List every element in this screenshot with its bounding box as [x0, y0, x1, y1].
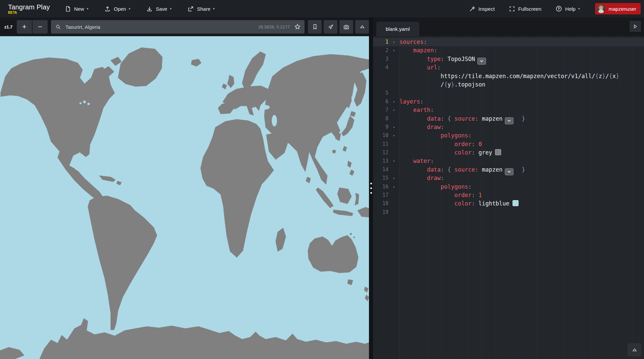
search-icon: [55, 24, 61, 30]
code-row[interactable]: 8 data: { source: mapzen }: [373, 115, 644, 123]
code-row[interactable]: 12 color: grey: [373, 148, 644, 157]
fold-arrow-icon[interactable]: ▾: [388, 98, 399, 106]
open-menu[interactable]: Open ▾: [104, 6, 130, 12]
code-row[interactable]: 9▾ draw:: [373, 123, 644, 131]
code-row[interactable]: 6▾layers:: [373, 98, 644, 106]
zoom-indicator: z1.7: [0, 24, 17, 29]
code-text: data: { source: mapzen }: [399, 115, 525, 123]
fold-arrow-icon[interactable]: ▾: [388, 46, 399, 55]
world-map[interactable]: [0, 36, 369, 359]
line-number: 15: [373, 174, 388, 182]
divider-dot: [370, 187, 372, 189]
line-number: 8: [373, 115, 388, 123]
code-text: mapzen:: [399, 46, 437, 55]
line-number: 3: [373, 55, 388, 63]
code-row[interactable]: 4 url:: [373, 63, 644, 72]
code-row[interactable]: 5: [373, 89, 644, 97]
code-row[interactable]: 15▾ draw:: [373, 174, 644, 182]
user-avatar: [597, 4, 605, 13]
fold-arrow-icon[interactable]: ▾: [388, 123, 399, 131]
code-lines: 1▾sources:2▾ mapzen:3 type: TopoJSON4 ur…: [373, 36, 644, 217]
search-bar[interactable]: 26.5826, 0.2177: [51, 20, 305, 34]
collapse-editor-button[interactable]: [628, 343, 641, 356]
camera-button[interactable]: [339, 20, 353, 34]
fold-arrow-icon[interactable]: ▾: [388, 131, 399, 140]
line-number: 16: [373, 183, 388, 191]
chevron-down-icon: ▾: [213, 7, 215, 10]
line-number: 10: [373, 131, 388, 140]
fold-arrow-icon[interactable]: ▾: [388, 157, 399, 165]
code-row[interactable]: 7▾ earth:: [373, 106, 644, 114]
editor-pane: blank.yaml 1▾sources:2▾ mapzen:3 type: T…: [373, 17, 644, 359]
fold-arrow-icon[interactable]: ▾: [388, 38, 399, 46]
app-title: Tangram Play: [8, 3, 50, 11]
code-row[interactable]: 2▾ mapzen:: [373, 46, 644, 55]
line-number: 2: [373, 46, 388, 55]
code-row[interactable]: 19: [373, 208, 644, 217]
pane-divider-handle[interactable]: [369, 17, 373, 359]
fold-arrow-icon[interactable]: ▾: [388, 174, 399, 182]
fold-spacer: [388, 191, 399, 199]
code-text: color: lightblue: [399, 199, 519, 208]
line-number: 1: [373, 38, 388, 46]
code-row[interactable]: 17 order: 1: [373, 191, 644, 199]
chevron-down-icon: ▾: [87, 7, 89, 10]
fold-arrow-icon[interactable]: ▾: [388, 106, 399, 114]
code-row[interactable]: 16▾ polygons:: [373, 183, 644, 191]
code-text: earth:: [399, 106, 434, 114]
play-right-icon: [633, 24, 638, 29]
favorite-star-icon[interactable]: [294, 23, 301, 30]
line-number: 14: [373, 166, 388, 174]
color-swatch-widget[interactable]: [513, 200, 519, 206]
inspect-button[interactable]: Inspect: [469, 6, 494, 12]
code-row[interactable]: 13▾ water:: [373, 157, 644, 165]
fullscreen-icon: [509, 6, 515, 12]
save-menu-label: Save: [156, 6, 167, 12]
line-number: 17: [373, 191, 388, 199]
line-number: 19: [373, 208, 388, 217]
code-text: https://tile.mapzen.com/mapzen/vector/v1…: [399, 72, 619, 80]
wand-icon: [469, 6, 475, 12]
docs-panel-toggle-button[interactable]: [630, 21, 641, 32]
code-text: type: TopoJSON: [399, 55, 487, 63]
code-text: polygons:: [399, 131, 472, 140]
locate-button[interactable]: [324, 20, 337, 34]
code-row[interactable]: 11 order: 0: [373, 140, 644, 148]
code-row[interactable]: 18 color: lightblue: [373, 199, 644, 208]
inspect-label: Inspect: [478, 6, 494, 12]
share-menu[interactable]: Share ▾: [187, 6, 215, 12]
fold-arrow-icon[interactable]: ▾: [388, 183, 399, 191]
search-input[interactable]: [65, 24, 258, 30]
code-row[interactable]: 14 data: { source: mapzen }: [373, 166, 644, 174]
divider-dot: [370, 183, 372, 184]
fullscreen-button[interactable]: Fullscreen: [509, 6, 541, 12]
fold-spacer: [388, 140, 399, 148]
help-menu[interactable]: ? Help ▾: [555, 5, 580, 12]
code-row[interactable]: /{y}.topojson: [373, 80, 644, 89]
menubar-right: Inspect Fullscreen ? Help ▾ mapzenuser: [469, 3, 641, 14]
line-number: 11: [373, 140, 388, 148]
collapse-map-toolbar-button[interactable]: [355, 20, 369, 34]
chevron-down-icon: ▾: [578, 7, 580, 10]
save-download-icon: [146, 6, 153, 12]
code-editor[interactable]: 1▾sources:2▾ mapzen:3 type: TopoJSON4 ur…: [373, 36, 644, 359]
tab-blank-yaml[interactable]: blank.yaml: [376, 22, 419, 36]
code-row[interactable]: 10▾ polygons:: [373, 131, 644, 140]
zoom-in-button[interactable]: +: [17, 20, 32, 34]
user-menu-button[interactable]: mapzenuser: [595, 3, 641, 14]
code-text: data: { source: mapzen }: [399, 166, 525, 174]
code-row[interactable]: https://tile.mapzen.com/mapzen/vector/v1…: [373, 72, 644, 80]
map-coordinates: 26.5826, 0.2177: [258, 24, 290, 29]
code-row[interactable]: 1▾sources:: [373, 38, 644, 46]
code-text: order: 0: [399, 140, 482, 148]
line-number: 9: [373, 123, 388, 131]
zoom-out-button[interactable]: −: [33, 20, 48, 34]
new-menu[interactable]: New ▾: [65, 6, 89, 12]
code-row[interactable]: 3 type: TopoJSON: [373, 55, 644, 63]
code-text: color: grey: [399, 148, 501, 157]
save-menu[interactable]: Save ▾: [146, 6, 171, 12]
color-swatch-widget[interactable]: [495, 149, 501, 155]
svg-text:?: ?: [558, 7, 560, 11]
code-text: water:: [399, 157, 434, 165]
bookmark-button[interactable]: [308, 20, 322, 34]
